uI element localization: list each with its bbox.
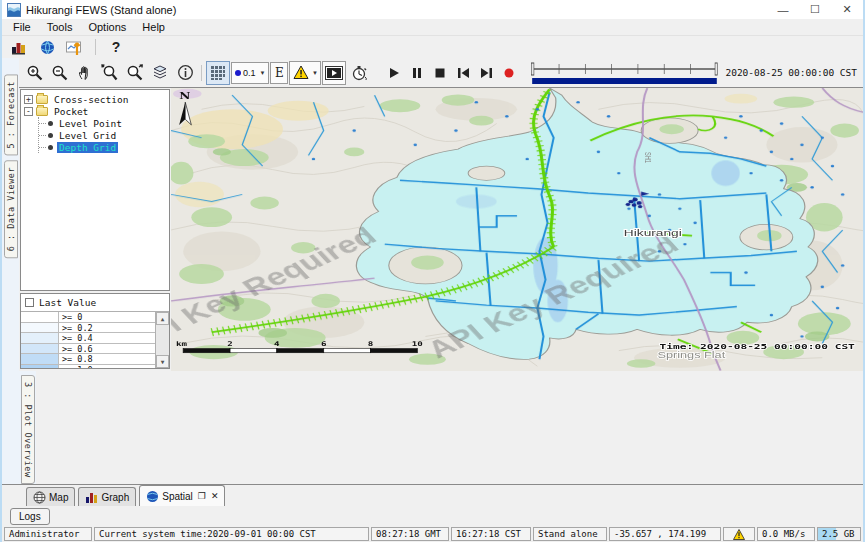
collapse-icon[interactable]: -: [24, 107, 33, 116]
step-forward-icon[interactable]: [475, 61, 497, 85]
tree-label: Level Point: [57, 118, 124, 129]
last-value-checkbox[interactable]: [25, 298, 34, 307]
legend-swatch: [21, 365, 59, 368]
status-memory: 2.5 GB: [817, 527, 861, 541]
legend-row: >= 0.4: [21, 333, 155, 344]
bottom-tab-bar: Map Graph Spatial ❐ ✕: [2, 484, 863, 506]
folder-icon: [36, 95, 48, 104]
tab-spatial[interactable]: Spatial ❐ ✕: [139, 485, 225, 506]
legend-label: >= 1.0: [59, 365, 155, 368]
step-back-icon[interactable]: [452, 61, 474, 85]
zoom-previous-icon[interactable]: [98, 61, 122, 85]
left-panel: + Cross-section - Pocket Lev: [19, 88, 171, 371]
status-gmt-time: 08:27:18 GMT: [371, 527, 449, 541]
town-label: Hikurangi: [624, 227, 682, 238]
stop-icon[interactable]: [429, 61, 451, 85]
play-icon[interactable]: [383, 61, 405, 85]
expand-icon[interactable]: +: [24, 95, 33, 104]
threshold-icon: [235, 70, 241, 76]
svg-text:10: 10: [412, 341, 423, 348]
map-canvas[interactable]: API Key Required API Key Required N Hiku…: [171, 88, 863, 371]
database-icon[interactable]: [8, 37, 30, 57]
current-datetime: 2020-08-25 00:00:00 CST: [725, 67, 859, 78]
scroll-down-icon[interactable]: ▼: [156, 355, 169, 368]
map-toolbar: 0.1 ▼ E ▼: [19, 58, 863, 88]
tree-item-pocket[interactable]: - Pocket: [24, 105, 169, 117]
legend-scrollbar[interactable]: ▲ ▼: [155, 312, 169, 368]
status-local-time: 16:27:18 CST: [451, 527, 531, 541]
status-download-speed: 0.0 MB/s: [757, 527, 815, 541]
record-icon[interactable]: [498, 61, 520, 85]
status-system-time: Current system time:2020-09-01 00:00 CST: [94, 527, 369, 541]
tree-label-selected: Depth Grid: [57, 142, 118, 153]
bullet-icon: [48, 133, 53, 138]
legend-toggle-button[interactable]: E: [270, 62, 288, 84]
tab-label: Map: [49, 492, 68, 503]
menu-options[interactable]: Options: [81, 20, 133, 34]
animation-icon[interactable]: [322, 61, 346, 85]
tab-forecast[interactable]: 5 : Forecast: [4, 74, 18, 155]
tree-item-level-grid[interactable]: Level Grid: [39, 129, 169, 141]
map-tab-icon: [33, 491, 46, 504]
map-time-label: Time: 2020-08-25 00:00:00 CST: [660, 342, 855, 351]
globe-icon[interactable]: [36, 37, 58, 57]
spatial-display-icon[interactable]: [64, 37, 86, 57]
road-label: SH1: [644, 152, 652, 163]
legend-row: >= 0.2: [21, 323, 155, 334]
tree-item-depth-grid[interactable]: Depth Grid: [39, 141, 169, 153]
tab-label: Graph: [101, 492, 129, 503]
pan-icon[interactable]: [73, 61, 97, 85]
zoom-out-icon[interactable]: [48, 61, 72, 85]
grid-icon[interactable]: [206, 61, 230, 85]
status-warning-icon[interactable]: [723, 527, 755, 541]
dock-close-icon[interactable]: ✕: [211, 491, 219, 501]
app-logo-icon: [7, 3, 21, 17]
zoom-in-icon[interactable]: [23, 61, 47, 85]
menu-tools[interactable]: Tools: [40, 20, 80, 34]
tab-data-viewer[interactable]: 6 : Data Viewer: [4, 160, 18, 258]
dock-maximize-icon[interactable]: ❐: [198, 491, 206, 501]
svg-text:4: 4: [274, 341, 280, 348]
tab-map[interactable]: Map: [26, 487, 75, 506]
menu-file[interactable]: File: [6, 20, 38, 34]
legend-label: >= 0.8: [59, 354, 155, 364]
legend-label: >= 0: [59, 312, 155, 322]
logs-row: Logs: [2, 506, 863, 526]
layers-icon[interactable]: [148, 61, 172, 85]
svg-text:6: 6: [321, 341, 327, 348]
tree-item-cross-section[interactable]: + Cross-section: [24, 93, 169, 105]
tab-graph[interactable]: Graph: [78, 487, 136, 506]
warning-dropdown[interactable]: ▼: [289, 61, 321, 85]
legend-swatch: [21, 333, 59, 343]
last-value-label: Last Value: [39, 297, 96, 308]
layer-tree: + Cross-section - Pocket Lev: [20, 89, 170, 291]
window-title: Hikurangi FEWS (Stand alone): [26, 4, 176, 16]
help-button[interactable]: ?: [105, 37, 127, 57]
threshold-value: 0.1: [243, 68, 256, 78]
close-button[interactable]: ✕: [831, 0, 863, 19]
time-slider[interactable]: [531, 60, 718, 86]
scroll-up-icon[interactable]: ▲: [156, 312, 169, 325]
tree-item-level-point[interactable]: Level Point: [39, 117, 169, 129]
legend-row: >= 0.8: [21, 354, 155, 365]
legend-row: >= 0: [21, 312, 155, 323]
chevron-down-icon: ▼: [312, 70, 318, 76]
main-toolbar: ?: [2, 36, 863, 58]
logs-button[interactable]: Logs: [10, 508, 50, 525]
info-icon[interactable]: [173, 61, 197, 85]
title-bar: Hikurangi FEWS (Stand alone) — ☐ ✕: [2, 0, 863, 19]
tree-label: Level Grid: [57, 130, 118, 141]
svg-text:8: 8: [368, 341, 374, 348]
threshold-dropdown[interactable]: 0.1 ▼: [231, 62, 269, 84]
minimize-button[interactable]: —: [767, 0, 799, 19]
timer-icon[interactable]: [347, 61, 371, 85]
maximize-button[interactable]: ☐: [799, 0, 831, 19]
legend-swatch: [21, 312, 59, 322]
pause-icon[interactable]: [406, 61, 428, 85]
legend-row: >= 0.6: [21, 344, 155, 355]
menu-help[interactable]: Help: [135, 20, 172, 34]
graph-tab-icon: [85, 491, 98, 504]
bullet-icon: [48, 121, 53, 126]
tab-plot-overview[interactable]: 3 : Plot Overview: [21, 375, 35, 485]
zoom-next-icon[interactable]: [123, 61, 147, 85]
